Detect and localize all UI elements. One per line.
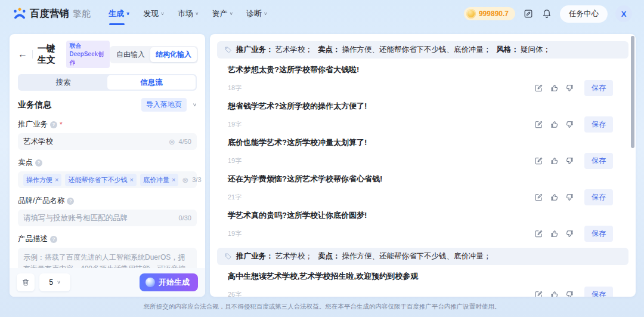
feedback-icon[interactable] (523, 8, 534, 19)
thumbs-up-icon[interactable] (550, 290, 559, 297)
selling-points-box[interactable]: 操作方便 × 还能帮你省下不少钱 × 底价冲量 × ⊗ 3/3 (18, 171, 197, 188)
business-info-form: 业务信息 导入落地页 ∨ 推广业务 ? * ⊗ 4/50 卖点 ? (10, 91, 205, 268)
char-count: 21字 (228, 193, 242, 202)
thumbs-down-icon[interactable] (565, 290, 574, 297)
content-area: ← 一键生文 联合DeepSeek创作 自由输入 结构化输入 搜索 信息流 业务… (10, 34, 636, 297)
edit-icon[interactable] (534, 290, 543, 297)
back-arrow-icon[interactable]: ← (18, 50, 27, 59)
result-item: 高中生想读艺术学校,艺术学校招生啦,欢迎预约到校参观 26字 保存 (210, 271, 636, 297)
thumbs-up-icon[interactable] (550, 229, 559, 238)
results-panel: 推广业务：艺术学校；卖点：操作方便、还能帮你省下不少钱、底价冲量；风格：疑问体；… (210, 34, 636, 297)
clear-input-icon[interactable]: ⊗ (169, 138, 175, 146)
nav-item-generate[interactable]: 生成 ∨ (109, 0, 130, 27)
section-title: 业务信息 (18, 100, 51, 110)
clear-form-button[interactable] (17, 273, 35, 291)
save-button[interactable]: 保存 (584, 80, 613, 96)
nav-label: 市场 (178, 8, 193, 19)
char-counter: 0/30 (179, 214, 191, 221)
edit-icon[interactable] (534, 120, 543, 129)
result-text: 高中生想读艺术学校,艺术学校招生啦,欢迎预约到校参观 (210, 271, 636, 282)
brand-name: 百度营销 (30, 8, 69, 20)
label-text: 品牌/产品名称 (18, 196, 64, 206)
thumbs-down-icon[interactable] (565, 229, 574, 238)
description-box: 0/500 (18, 248, 197, 268)
remove-tag-icon[interactable]: × (55, 176, 58, 183)
tag-label: 还能帮你省下不少钱 (68, 176, 127, 184)
task-center-button[interactable]: 任务中心 (560, 5, 608, 23)
import-landing-page-button[interactable]: 导入落地页 (141, 98, 187, 112)
thumbs-up-icon[interactable] (550, 120, 559, 129)
char-count: 18字 (228, 84, 242, 93)
channel-tabs: 搜索 信息流 (18, 74, 197, 91)
nav-item-market[interactable]: 市场 ∨ (178, 0, 199, 27)
save-button[interactable]: 保存 (584, 189, 613, 205)
remove-tag-icon[interactable]: × (129, 176, 133, 183)
thumbs-down-icon[interactable] (565, 120, 574, 129)
input-mode-toggle: 自由输入 结构化输入 (110, 46, 198, 63)
thumbs-down-icon[interactable] (565, 84, 574, 93)
credits-badge[interactable]: 999890.7 (464, 7, 515, 20)
label-text: 推广业务 (18, 119, 48, 130)
divider (32, 50, 33, 59)
thumbs-up-icon[interactable] (550, 193, 559, 202)
panel-header: ← 一键生文 联合DeepSeek创作 自由输入 结构化输入 (10, 34, 205, 73)
chevron-down-icon: ∨ (126, 11, 130, 16)
help-icon[interactable]: ? (50, 121, 57, 128)
page-footer: 您所提交的内容应合法合规，且不得侵犯百度或第三人合法权益。您在本平台生成的内容仅… (0, 297, 644, 317)
result-text: 底价也能学艺术?这所学校冲量太划算了! (210, 137, 636, 148)
tab-feed[interactable]: 信息流 (107, 75, 196, 90)
result-group-summary: 推广业务：艺术学校；卖点：操作方便、还能帮你省下不少钱、底价冲量； (217, 248, 628, 265)
save-button[interactable]: 保存 (584, 226, 613, 242)
description-textarea[interactable] (18, 248, 197, 268)
bell-icon[interactable] (541, 8, 552, 19)
nav-item-diagnose[interactable]: 诊断 ∨ (246, 0, 268, 27)
section-head: 业务信息 导入落地页 ∨ (18, 98, 197, 112)
tab-search[interactable]: 搜索 (19, 75, 107, 90)
business-input[interactable] (23, 137, 165, 146)
thumbs-up-icon[interactable] (550, 84, 559, 93)
char-counter: 4/50 (179, 138, 191, 145)
label-text: 卖点 (18, 158, 33, 168)
collapse-chevron-icon[interactable]: ∨ (193, 102, 197, 107)
save-button[interactable]: 保存 (584, 116, 613, 133)
nav-label: 资产 (212, 8, 228, 19)
credits-amount: 999890.7 (479, 10, 509, 18)
chevron-down-icon: ∨ (195, 11, 199, 16)
scrollbar-thumb[interactable] (631, 36, 634, 148)
clear-input-icon[interactable]: ⊗ (182, 176, 188, 184)
save-button[interactable]: 保存 (584, 153, 613, 169)
baidu-marketing-logo-icon (13, 7, 26, 20)
brand-name-box: 0/30 (18, 210, 197, 226)
result-item: 底价也能学艺术?这所学校冲量太划算了! 19字 保存 (210, 137, 636, 168)
deepseek-badge-label: 联合DeepSeek创作 (69, 42, 104, 66)
mode-structured-input[interactable]: 结构化输入 (150, 47, 197, 62)
generate-label: 开始生成 (159, 277, 190, 288)
help-icon[interactable]: ? (35, 159, 42, 167)
selling-point-tag: 底价冲量 × (140, 174, 178, 186)
top-nav: 百度营销 擎舵 生成 ∨ 发现 ∨ 市场 ∨ 资产 ∨ 诊断 ∨ (0, 0, 644, 27)
thumbs-down-icon[interactable] (565, 193, 574, 202)
brand-name-input[interactable] (23, 214, 175, 222)
avatar[interactable]: X (615, 5, 632, 22)
save-button[interactable]: 保存 (584, 287, 613, 297)
thumbs-up-icon[interactable] (550, 156, 559, 165)
edit-icon[interactable] (534, 156, 543, 165)
remove-tag-icon[interactable]: × (172, 176, 175, 183)
start-generate-button[interactable]: 开始生成 (140, 273, 198, 291)
edit-icon[interactable] (534, 229, 543, 238)
generate-count-select[interactable]: 5 ∨ (39, 273, 70, 291)
nav-item-discover[interactable]: 发现 ∨ (143, 0, 165, 27)
selling-point-tag: 操作方便 × (23, 174, 61, 186)
nav-item-assets[interactable]: 资产 ∨ (212, 0, 234, 27)
help-icon[interactable]: ? (67, 198, 74, 205)
tag-label: 底价冲量 (143, 176, 169, 184)
generation-form-panel: ← 一键生文 联合DeepSeek创作 自由输入 结构化输入 搜索 信息流 业务… (10, 34, 205, 297)
edit-icon[interactable] (534, 84, 543, 93)
thumbs-down-icon[interactable] (565, 156, 574, 165)
tag-icon (224, 46, 232, 54)
edit-icon[interactable] (534, 193, 543, 202)
result-item: 艺术梦想太贵?这所学校帮你省大钱啦! 18字 保存 (210, 64, 636, 95)
mode-free-input[interactable]: 自由输入 (111, 47, 150, 62)
brand-logo[interactable]: 百度营销 擎舵 (13, 7, 91, 20)
help-icon[interactable]: ? (50, 236, 57, 243)
